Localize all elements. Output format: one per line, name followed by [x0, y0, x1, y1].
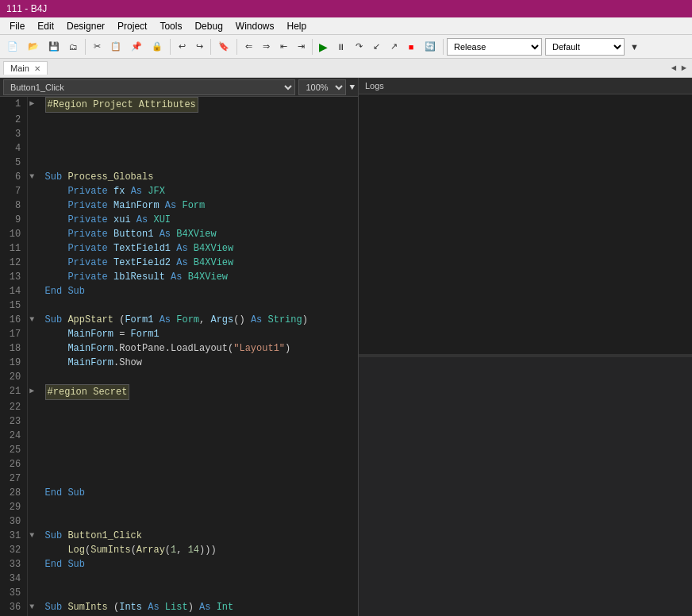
code-content[interactable]: Private TextField1 As B4XView: [39, 241, 358, 256]
lock-button[interactable]: 🔒: [148, 38, 167, 56]
code-content[interactable]: [39, 156, 358, 170]
line-number: 20: [0, 370, 28, 384]
code-content[interactable]: MainForm.Show: [39, 356, 358, 370]
fold-icon[interactable]: ▼: [28, 313, 39, 327]
code-content[interactable]: [39, 586, 358, 600]
code-content[interactable]: Log(SumInts(Array(1, 14))): [39, 543, 358, 557]
fold-icon: [28, 457, 39, 472]
outdent-button[interactable]: ⇥: [293, 38, 309, 56]
code-content[interactable]: End Sub: [39, 284, 358, 298]
fold-icon[interactable]: ▶: [28, 97, 39, 113]
plain-token: ))): [199, 545, 217, 556]
kw-token: As: [165, 200, 176, 211]
new-button[interactable]: 📄: [3, 38, 22, 56]
undo-button[interactable]: ↩: [174, 38, 190, 56]
code-content[interactable]: [39, 514, 358, 529]
fold-icon[interactable]: ▼: [28, 600, 39, 614]
save-all-button[interactable]: 🗂: [65, 38, 82, 56]
code-content[interactable]: [39, 472, 358, 486]
fold-icon: [28, 543, 39, 557]
code-content[interactable]: [39, 113, 358, 127]
line-number: 16: [0, 313, 28, 327]
run-button[interactable]: ▶: [316, 40, 331, 53]
code-content[interactable]: Private xui As XUI: [39, 213, 358, 227]
code-content[interactable]: End Sub: [39, 557, 358, 572]
code-content[interactable]: [39, 298, 358, 313]
menu-project[interactable]: Project: [111, 19, 153, 33]
save-button[interactable]: 💾: [44, 38, 63, 56]
tab-nav-prev[interactable]: ◄: [669, 64, 679, 73]
redo-button[interactable]: ↪: [191, 38, 207, 56]
plain-token: [45, 186, 68, 197]
code-content[interactable]: [39, 443, 358, 457]
tab-main-close[interactable]: ✕: [34, 64, 40, 73]
stop-button[interactable]: ■: [403, 38, 419, 56]
kw-token: As: [251, 314, 262, 325]
code-content[interactable]: [39, 572, 358, 586]
fold-icon[interactable]: ▼: [28, 529, 39, 543]
more-options[interactable]: ▼: [626, 38, 643, 56]
cut-button[interactable]: ✂: [89, 38, 105, 56]
menu-help[interactable]: Help: [281, 19, 313, 33]
step-over[interactable]: ↷: [351, 38, 367, 56]
code-content[interactable]: Private TextField2 As B4XView: [39, 256, 358, 270]
prev-bookmark[interactable]: ⇐: [240, 38, 256, 56]
step-out[interactable]: ↗: [386, 38, 402, 56]
code-content[interactable]: MainForm.RootPane.LoadLayout("Layout1"): [39, 341, 358, 356]
menu-edit[interactable]: Edit: [31, 19, 60, 33]
kw-token: Private: [67, 257, 107, 268]
kw-token: Private: [67, 186, 107, 197]
logs-content[interactable]: [359, 94, 692, 354]
code-content[interactable]: End Sub: [39, 486, 358, 500]
build-config-dropdown[interactable]: Release Debug: [447, 38, 542, 56]
code-content[interactable]: Sub SumInts (Ints As List) As Int: [39, 600, 358, 614]
code-content[interactable]: [39, 370, 358, 384]
code-content[interactable]: Sub AppStart (Form1 As Form, Args() As S…: [39, 313, 358, 327]
tab-main[interactable]: Main ✕: [3, 61, 48, 75]
next-bookmark[interactable]: ⇒: [258, 38, 274, 56]
code-content[interactable]: [39, 141, 358, 156]
code-content[interactable]: Sub Button1_Click: [39, 529, 358, 543]
zoom-selector[interactable]: 100% 75% 125% 150%: [298, 79, 346, 95]
table-row: 9 Private xui As XUI: [0, 213, 358, 227]
code-content[interactable]: #Region Project Attributes: [39, 97, 358, 113]
code-content[interactable]: Sub Process_Globals: [39, 170, 358, 184]
menu-windows[interactable]: Windows: [229, 19, 281, 33]
device-dropdown[interactable]: Default: [545, 38, 625, 56]
paste-button[interactable]: 📌: [127, 38, 146, 56]
pause-button[interactable]: ⏸: [333, 38, 349, 56]
fold-icon[interactable]: ▶: [28, 384, 39, 400]
type-token: B4XView: [176, 229, 216, 240]
menu-tools[interactable]: Tools: [153, 19, 188, 33]
tab-nav-next[interactable]: ►: [679, 64, 689, 73]
code-content[interactable]: #region Secret: [39, 384, 358, 400]
menu-file[interactable]: File: [3, 19, 31, 33]
bookmark-button[interactable]: 🔖: [214, 38, 233, 56]
fold-icon[interactable]: ▼: [28, 170, 39, 184]
open-button[interactable]: 📂: [24, 38, 43, 56]
table-row: 26: [0, 457, 358, 472]
code-content[interactable]: [39, 414, 358, 429]
toolbar: 📄 📂 💾 🗂 ✂ 📋 📌 🔒 ↩ ↪ 🔖 ⇐ ⇒ ⇤ ⇥ ▶ ⏸ ↷ ↙ ↗ …: [0, 35, 692, 59]
code-content[interactable]: [39, 500, 358, 514]
method-selector[interactable]: Button1_Click: [3, 79, 295, 95]
code-content[interactable]: Private fx As JFX: [39, 184, 358, 198]
copy-button[interactable]: 📋: [106, 38, 125, 56]
code-content[interactable]: Private Button1 As B4XView: [39, 227, 358, 241]
code-content[interactable]: [39, 429, 358, 443]
refresh-button[interactable]: 🔄: [421, 38, 440, 56]
code-content[interactable]: Private MainForm As Form: [39, 198, 358, 213]
code-content[interactable]: [39, 127, 358, 141]
menu-debug[interactable]: Debug: [188, 19, 229, 33]
code-content[interactable]: [39, 457, 358, 472]
plain-token: (: [108, 602, 119, 613]
code-content[interactable]: Private lblResult As B4XView: [39, 270, 358, 284]
func-token: SumInts: [67, 602, 107, 613]
menu-designer[interactable]: Designer: [60, 19, 111, 33]
indent-button[interactable]: ⇤: [275, 38, 291, 56]
code-content[interactable]: [39, 400, 358, 414]
code-area[interactable]: 1▶#Region Project Attributes2 3 4 5 6▼Su…: [0, 97, 358, 616]
sep3: [210, 39, 211, 55]
code-content[interactable]: MainForm = Form1: [39, 327, 358, 341]
step-into[interactable]: ↙: [368, 38, 384, 56]
